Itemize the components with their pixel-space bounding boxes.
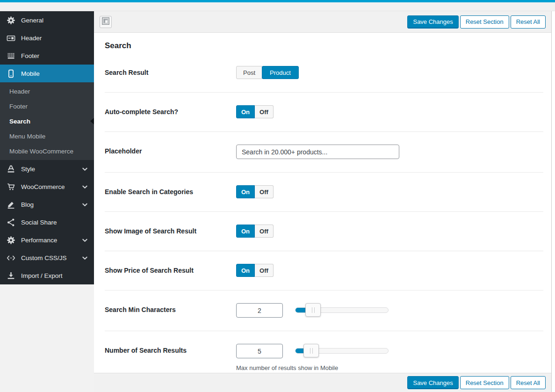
content-footer-bar: Save Changes Reset Section Reset All <box>94 373 551 392</box>
number-results-input[interactable] <box>236 344 283 358</box>
sidebar-item-footer[interactable]: Footer <box>0 47 94 65</box>
setting-row-search-result: Search Result Post Product <box>105 53 543 92</box>
number-results-slider[interactable] <box>295 348 389 354</box>
pencil-icon <box>7 200 15 209</box>
submenu-item-mobile-woocommerce[interactable]: Mobile WooCommerce <box>0 144 94 159</box>
min-characters-input[interactable] <box>236 303 283 318</box>
layout-icon <box>102 17 109 26</box>
toggle-on-button[interactable]: On <box>236 225 255 238</box>
submenu-item-menu-mobile[interactable]: Menu Mobile <box>0 129 94 144</box>
slider-handle[interactable] <box>303 344 319 357</box>
save-changes-button[interactable]: Save Changes <box>407 376 458 389</box>
chevron-down-icon <box>82 201 87 208</box>
smartphone-icon <box>7 69 15 78</box>
setting-control: On Off <box>236 105 543 118</box>
slider-handle[interactable] <box>305 303 321 317</box>
setting-label: Show Image of Search Result <box>105 225 236 235</box>
sidebar-item-label: Blog <box>21 201 34 208</box>
sidebar-item-custom-css-js[interactable]: Custom CSS/JS <box>0 249 94 267</box>
min-characters-slider[interactable] <box>295 307 389 313</box>
sidebar-item-label: Social Share <box>21 219 57 226</box>
setting-row-min-characters: Search Min Characters <box>105 290 543 331</box>
setting-control: Max number of results show in Mobile <box>236 344 543 371</box>
product-option-button[interactable]: Product <box>262 66 299 79</box>
sidebar-item-social-share[interactable]: Social Share <box>0 213 94 231</box>
help-text: Max number of results show in Mobile <box>236 364 543 371</box>
toggle-off-button[interactable]: Off <box>255 105 274 118</box>
chevron-down-icon <box>82 183 87 190</box>
setting-label: Enable Search in Categories <box>105 185 236 196</box>
sidebar-item-label: Footer <box>21 52 39 59</box>
setting-control: On Off <box>236 264 543 277</box>
setting-label: Search Result <box>105 66 236 76</box>
gear-icon <box>7 236 15 245</box>
setting-control <box>236 303 543 318</box>
page-title: Search <box>105 41 543 51</box>
categories-toggle: On Off <box>236 185 274 198</box>
reset-section-button[interactable]: Reset Section <box>460 15 509 29</box>
setting-control: On Off <box>236 185 543 198</box>
sidebar-item-woocommerce[interactable]: WooCommerce <box>0 178 94 196</box>
setting-control: On Off <box>236 225 543 238</box>
reset-all-button[interactable]: Reset All <box>511 376 546 389</box>
toggle-on-button[interactable]: On <box>236 264 255 277</box>
sidebar-item-label: Mobile <box>21 70 40 77</box>
setting-label: Auto-complete Search? <box>105 105 236 116</box>
content-header-bar: Save Changes Reset Section Reset All <box>94 11 551 33</box>
sidebar-item-mobile[interactable]: Mobile <box>0 65 94 82</box>
settings-body: Search Search Result Post Product Auto-c… <box>94 33 551 373</box>
placeholder-text-input[interactable] <box>236 145 399 159</box>
top-spacer-bar <box>0 2 555 11</box>
setting-control <box>236 145 543 159</box>
current-item-arrow-icon <box>90 118 94 124</box>
download-icon <box>7 271 15 280</box>
setting-label: Search Min Characters <box>105 303 236 313</box>
reset-section-button[interactable]: Reset Section <box>460 376 509 389</box>
submenu-item-footer[interactable]: Footer <box>0 99 94 114</box>
submenu-item-search[interactable]: Search <box>0 114 94 129</box>
header-toolbar: Save Changes Reset Section Reset All <box>407 15 546 29</box>
toggle-on-button[interactable]: On <box>236 105 255 118</box>
chevron-down-icon <box>82 254 87 261</box>
submenu-item-header[interactable]: Header <box>0 84 94 99</box>
toggle-off-button[interactable]: Off <box>255 264 274 277</box>
toggle-off-button[interactable]: Off <box>255 225 274 238</box>
content-panel: Save Changes Reset Section Reset All Sea… <box>94 11 552 392</box>
footer-layout-icon <box>7 51 15 60</box>
toggle-on-button[interactable]: On <box>236 185 255 198</box>
share-icon <box>7 218 15 227</box>
chevron-down-icon <box>82 237 87 244</box>
autocomplete-toggle: On Off <box>236 105 274 118</box>
code-icon <box>7 254 15 262</box>
sidebar-item-general[interactable]: General <box>0 11 94 29</box>
post-option-button[interactable]: Post <box>236 66 262 79</box>
sidebar-item-performance[interactable]: Performance <box>0 231 94 249</box>
toggle-off-button[interactable]: Off <box>255 185 274 198</box>
top-accent-bar <box>0 0 555 2</box>
sidebar-item-label: General <box>21 17 43 24</box>
mobile-submenu: Header Footer Search Menu Mobile Mobile … <box>0 82 94 160</box>
sidebar-item-label: Header <box>21 35 42 42</box>
sidebar-item-label: Performance <box>21 237 57 244</box>
setting-control: Post Product <box>236 66 543 79</box>
save-changes-button[interactable]: Save Changes <box>407 15 458 29</box>
search-result-segmented: Post Product <box>236 66 299 79</box>
gear-icon <box>7 16 15 25</box>
sidebar-item-header[interactable]: Header <box>0 29 94 47</box>
sidebar-item-blog[interactable]: Blog <box>0 196 94 213</box>
sidebar-item-style[interactable]: Style <box>0 160 94 178</box>
setting-label: Placeholder <box>105 145 236 155</box>
layout-toggle-button[interactable] <box>100 16 112 28</box>
show-price-toggle: On Off <box>236 264 274 277</box>
setting-label: Show Price of Search Result <box>105 264 236 274</box>
setting-row-show-image: Show Image of Search Result On Off <box>105 211 543 251</box>
sidebar-item-label: WooCommerce <box>21 183 65 190</box>
text-style-icon <box>7 165 15 174</box>
sidebar-nav: General Header Footer Mobile Header Foot… <box>0 11 94 284</box>
left-column: General Header Footer Mobile Header Foot… <box>0 11 94 392</box>
header-layout-icon <box>7 34 15 43</box>
sidebar-item-import-export[interactable]: Import / Export <box>0 267 94 284</box>
cart-icon <box>7 182 15 191</box>
reset-all-button[interactable]: Reset All <box>511 15 546 29</box>
setting-row-search-categories: Enable Search in Categories On Off <box>105 172 543 211</box>
